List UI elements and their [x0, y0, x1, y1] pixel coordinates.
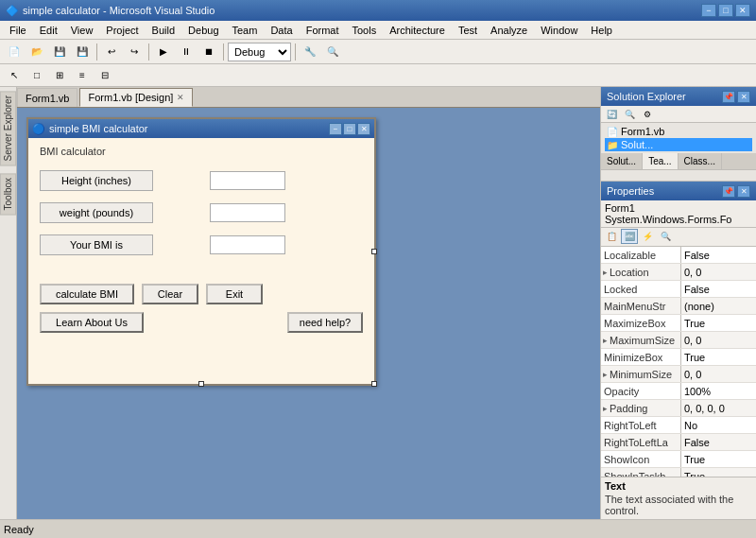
extra-btn1[interactable]: 🔧 — [300, 43, 320, 61]
maximize-button[interactable]: □ — [718, 4, 733, 17]
sol-filter-btn[interactable]: 🔍 — [621, 107, 638, 122]
menu-build[interactable]: Build — [146, 24, 180, 37]
menu-project[interactable]: Project — [100, 24, 144, 37]
tab-form1vb[interactable]: Form1.vb — [17, 88, 77, 107]
height-input[interactable] — [210, 171, 285, 190]
prop-row-minimumsize[interactable]: ▸MinimumSize0, 0 — [601, 366, 756, 383]
sol-tab-class[interactable]: Class... — [679, 153, 722, 169]
weight-label: weight (pounds) — [40, 202, 153, 223]
pointer-tool[interactable]: ↖ — [4, 66, 25, 85]
sol-item-form1vb[interactable]: 📄 Form1.vb — [605, 125, 752, 138]
props-close-btn[interactable]: ✕ — [737, 185, 750, 198]
exit-btn[interactable]: Exit — [206, 284, 263, 304]
expand-icon[interactable]: ▸ — [603, 404, 608, 413]
save-btn[interactable]: 💾 — [49, 43, 70, 61]
center-tool[interactable]: ⊟ — [94, 66, 115, 85]
learn-about-us-btn[interactable]: Learn About Us — [40, 312, 144, 333]
menu-analyze[interactable]: Analyze — [485, 24, 533, 37]
close-button[interactable]: ✕ — [735, 4, 750, 17]
bmi-form-controls: − □ ✕ — [329, 123, 370, 135]
extra-btn2[interactable]: 🔍 — [322, 43, 343, 61]
prop-row-locked[interactable]: LockedFalse — [601, 281, 756, 298]
open-btn[interactable]: 📂 — [26, 43, 47, 61]
menu-help[interactable]: Help — [585, 24, 618, 37]
prop-value-opacity: 100% — [681, 386, 756, 397]
tab-form1vb-design[interactable]: Form1.vb [Design] ✕ — [79, 88, 193, 107]
minimize-button[interactable]: − — [701, 4, 716, 17]
sol-item-form1vb-label: Form1.vb — [621, 126, 664, 137]
menu-edit[interactable]: Edit — [34, 24, 63, 37]
bmi-result-input[interactable] — [210, 235, 285, 254]
prop-row-location[interactable]: ▸Location0, 0 — [601, 264, 756, 281]
sol-tab-solution[interactable]: Solut... — [601, 153, 643, 169]
menu-format[interactable]: Format — [301, 24, 345, 37]
prop-row-padding[interactable]: ▸Padding0, 0, 0, 0 — [601, 400, 756, 417]
menu-test[interactable]: Test — [453, 24, 483, 37]
props-search-btn[interactable]: 🔍 — [657, 229, 674, 244]
debug-mode-select[interactable]: Debug Release — [228, 43, 291, 61]
props-categorized-btn[interactable]: 📋 — [603, 229, 620, 244]
menu-tools[interactable]: Tools — [347, 24, 383, 37]
prop-row-righttoleft[interactable]: RightToLeftNo — [601, 417, 756, 434]
solution-explorer-title: Solution Explorer — [607, 91, 686, 102]
props-pin-btn[interactable]: 📌 — [722, 185, 735, 198]
prop-row-mainmenustr[interactable]: MainMenuStr(none) — [601, 298, 756, 315]
menu-debug[interactable]: Debug — [182, 24, 224, 37]
prop-row-opacity[interactable]: Opacity100% — [601, 383, 756, 400]
expand-icon[interactable]: ▸ — [603, 268, 608, 277]
new-project-btn[interactable]: 📄 — [4, 43, 25, 61]
prop-row-showintaskb-[interactable]: ShowInTaskb.True — [601, 468, 756, 477]
menu-team[interactable]: Team — [227, 24, 264, 37]
form-tool[interactable]: □ — [26, 66, 47, 85]
start-btn[interactable]: ▶ — [153, 43, 174, 61]
pause-btn[interactable]: ⏸ — [176, 43, 197, 61]
save-all-btn[interactable]: 💾 — [72, 43, 93, 61]
sol-tab-tea[interactable]: Tea... — [643, 153, 678, 169]
sol-item-solution[interactable]: 📁 Solut... — [605, 138, 752, 151]
panel-close-btn[interactable]: ✕ — [737, 91, 750, 103]
toolbox-tab[interactable]: Toolbox — [0, 173, 16, 215]
prop-row-showicon[interactable]: ShowIconTrue — [601, 451, 756, 468]
bmi-close-btn[interactable]: ✕ — [357, 123, 370, 135]
prop-row-minimizebox[interactable]: MinimizeBoxTrue — [601, 349, 756, 366]
props-events-btn[interactable]: ⚡ — [639, 229, 656, 244]
bmi-maximize-btn[interactable]: □ — [343, 123, 356, 135]
menu-data[interactable]: Data — [265, 24, 298, 37]
form-designer[interactable]: 🔵 simple BMI calculator − □ ✕ BMI calcul… — [17, 108, 600, 519]
sol-prop-btn[interactable]: ⚙ — [639, 107, 656, 122]
menu-file[interactable]: File — [4, 24, 32, 37]
tab-close-icon[interactable]: ✕ — [177, 93, 184, 102]
weight-input[interactable] — [210, 203, 285, 222]
prop-row-maximizebox[interactable]: MaximizeBoxTrue — [601, 315, 756, 332]
panel-pin-btn[interactable]: 📌 — [722, 91, 735, 103]
handle-bottom-right[interactable] — [371, 381, 377, 387]
sol-toolbar: 🔄 🔍 ⚙ — [601, 106, 756, 123]
calculate-bmi-btn[interactable]: calculate BMI — [40, 284, 134, 304]
clear-btn[interactable]: Clear — [142, 284, 198, 304]
server-explorer-tab[interactable]: Server Explorer — [0, 91, 16, 165]
handle-bottom-center[interactable] — [198, 381, 204, 387]
prop-name-localizable: Localizable — [601, 247, 681, 263]
props-grid: LocalizableFalse▸Location0, 0LockedFalse… — [601, 247, 756, 477]
props-alphabetical-btn[interactable]: 🔤 — [621, 229, 638, 244]
menu-bar: File Edit View Project Build Debug Team … — [0, 21, 756, 40]
expand-icon[interactable]: ▸ — [603, 336, 608, 345]
redo-btn[interactable]: ↪ — [124, 43, 145, 61]
props-header-controls: 📌 ✕ — [722, 185, 750, 198]
menu-window[interactable]: Window — [535, 24, 583, 37]
expand-icon[interactable]: ▸ — [603, 370, 608, 379]
grid-tool[interactable]: ⊞ — [49, 66, 70, 85]
prop-row-localizable[interactable]: LocalizableFalse — [601, 247, 756, 264]
menu-architecture[interactable]: Architecture — [384, 24, 451, 37]
tab-strip: Form1.vb Form1.vb [Design] ✕ — [17, 87, 600, 108]
stop-btn[interactable]: ⏹ — [198, 43, 219, 61]
need-help-btn[interactable]: need help? — [287, 312, 363, 333]
align-tool[interactable]: ≡ — [72, 66, 93, 85]
handle-right-center[interactable] — [371, 249, 377, 254]
prop-row-righttoleftla[interactable]: RightToLeftLaFalse — [601, 434, 756, 451]
menu-view[interactable]: View — [65, 24, 99, 37]
sol-refresh-btn[interactable]: 🔄 — [603, 107, 620, 122]
prop-row-maximumsize[interactable]: ▸MaximumSize0, 0 — [601, 332, 756, 349]
undo-btn[interactable]: ↩ — [101, 43, 122, 61]
bmi-minimize-btn[interactable]: − — [329, 123, 342, 135]
